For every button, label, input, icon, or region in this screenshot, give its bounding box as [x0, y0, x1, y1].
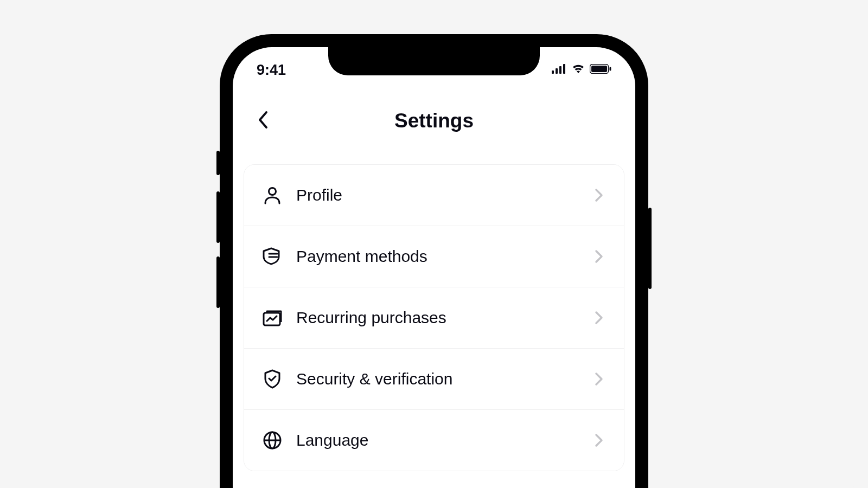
settings-list: Profile: [244, 164, 624, 471]
phone-side-button: [216, 256, 220, 308]
settings-item-label: Security & verification: [296, 370, 591, 388]
svg-rect-0: [552, 70, 554, 74]
globe-icon: [261, 429, 283, 451]
status-icons: [552, 63, 611, 76]
svg-rect-1: [556, 68, 558, 74]
payment-icon: [261, 246, 283, 267]
chevron-right-icon: [591, 371, 607, 387]
settings-item-profile[interactable]: Profile: [244, 165, 624, 226]
chevron-right-icon: [591, 249, 607, 264]
settings-item-label: Language: [296, 431, 591, 450]
page-title: Settings: [394, 110, 474, 132]
chevron-right-icon: [591, 433, 607, 448]
svg-rect-2: [559, 66, 561, 74]
svg-point-7: [269, 188, 276, 195]
cellular-signal-icon: [552, 64, 567, 76]
phone-side-button: [216, 191, 220, 243]
phone-notch: [328, 47, 540, 75]
phone-side-button: [648, 208, 652, 289]
back-button[interactable]: [252, 110, 274, 132]
recurring-icon: [261, 307, 283, 329]
shield-check-icon: [261, 368, 283, 390]
chevron-right-icon: [591, 310, 607, 325]
phone-screen: 9:41: [233, 47, 635, 488]
settings-item-label: Payment methods: [296, 247, 591, 266]
user-icon: [261, 184, 283, 206]
settings-item-language[interactable]: Language: [244, 410, 624, 471]
svg-rect-6: [610, 67, 611, 71]
wifi-icon: [571, 63, 585, 76]
battery-icon: [590, 64, 611, 76]
status-time: 9:41: [257, 62, 286, 79]
settings-item-label: Profile: [296, 186, 591, 204]
settings-item-security[interactable]: Security & verification: [244, 349, 624, 410]
svg-rect-3: [563, 64, 565, 74]
chevron-left-icon: [258, 111, 269, 131]
header: Settings: [233, 105, 635, 137]
phone-side-button: [216, 151, 220, 175]
chevron-right-icon: [591, 188, 607, 203]
phone-frame: 9:41: [220, 34, 648, 488]
settings-item-label: Recurring purchases: [296, 309, 591, 327]
settings-item-payment-methods[interactable]: Payment methods: [244, 226, 624, 287]
svg-rect-5: [591, 66, 607, 72]
settings-item-recurring-purchases[interactable]: Recurring purchases: [244, 287, 624, 349]
